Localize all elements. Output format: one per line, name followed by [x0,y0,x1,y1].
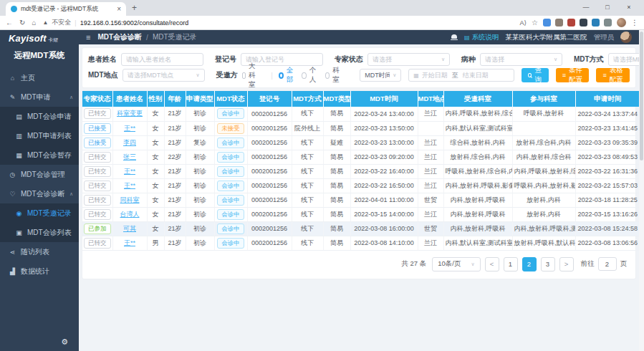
patient-name-link[interactable]: 张三 [123,153,136,160]
table-row[interactable]: 已转交台湾人女21岁初诊会诊中0002001256线下简易2022-03-15 … [82,207,639,221]
extension-icon[interactable] [580,19,587,27]
patient-name-link[interactable]: 王** [124,182,135,189]
table-row[interactable]: 已转交王**女21岁初诊会诊中0002001256线下简易2022-03-22 … [82,164,639,178]
cell-invited_depts: 内科,放射科,呼吸科 [443,193,512,207]
cell-mdt_status: 未接受 [214,121,247,135]
pagination-total: 共 27 条 [401,259,426,269]
cell-mdt_type: 简易 [323,164,350,178]
patient-name-link[interactable]: 李四 [123,139,136,146]
app-logo[interactable]: Kayisoft 卡耀 [0,30,79,44]
page-button-3[interactable]: 3 [541,257,555,271]
sidebar-item-MDT会诊管理[interactable]: ◷MDT会诊管理 [0,165,79,184]
new-tab-button[interactable]: + [132,3,137,13]
big-dept-checkbox[interactable]: 大科室 [242,62,259,90]
system-help-label: 系统说明 [472,33,499,42]
table-row[interactable]: 已转交科室变更女21岁初诊会诊中0002001256线下简易2022-03-24… [82,107,639,121]
read-aloud-icon[interactable]: A⟩ [520,19,527,27]
patient-name-link[interactable]: 科室变更 [117,110,143,117]
table-row[interactable]: 已转交同科室女21岁初诊会诊中0002001256线下简易2022-04-01 … [82,193,639,207]
time-type-select[interactable]: MDT时间 ∨ [360,69,401,82]
sidebar-item-MDT申请列表[interactable]: ▥MDT申请列表 [0,126,79,145]
patient-name-link[interactable]: 王** [124,239,135,246]
page-button-2[interactable]: 2 [522,257,537,271]
patient-name-link[interactable]: 台湾人 [120,211,140,218]
cell-gender: 女 [147,107,164,121]
date-range-input[interactable]: ▦ 开始日期 至 结束日期 [408,69,514,82]
search-button[interactable]: 查询 [522,68,549,82]
page-button-1[interactable]: 1 [504,257,518,271]
filter-select[interactable]: 请选择∨ [367,53,450,66]
date-start-placeholder: 开始日期 [422,71,448,80]
cell-participant_depts: 放射科,呼吸科,默认科室,测... [512,236,575,250]
avatar[interactable] [620,32,632,43]
menu-fold-icon[interactable]: ≡ [86,33,90,42]
window-maximize-button[interactable]: □ [597,4,618,11]
patient-name-link[interactable]: 可其 [123,225,136,232]
cell-participant_depts: 内科,放射科,呼吸科,测试科室 [512,221,575,236]
sidebar-item-MDT受邀记录[interactable]: ◉MDT受邀记录 [0,203,79,223]
back-icon[interactable]: ← [6,19,13,27]
home-icon[interactable]: ⌂ [32,19,36,27]
placeholder-text: 请选择 [485,55,551,64]
filter-input[interactable]: 请输入患者姓名 [121,53,203,66]
bell-icon[interactable] [451,34,458,41]
table-row[interactable]: 已转交张三女22岁初诊会诊中0002001256线下简易2022-03-23 0… [82,150,639,164]
config-icon: ≡ [562,72,566,79]
refresh-icon[interactable]: ↻ [19,19,25,27]
checkbox-icon [242,72,246,79]
browser-tab[interactable]: mdt受邀记录 - 远程MDT系统 × [6,2,126,16]
page-size-select[interactable]: 10条/页 ∨ [432,257,480,271]
extension-icon[interactable] [555,19,563,27]
sidebar-item-MDT会诊暂存[interactable]: ▦MDT会诊暂存 [0,145,79,165]
date-separator: 至 [452,71,458,80]
sidebar-item-主页[interactable]: ⌂主页 [0,68,79,87]
invitee-radio-全部[interactable]: 全部 [279,66,295,85]
sidebar-item-MDT会诊诊断[interactable]: ♡MDT会诊诊断∧ [0,184,79,203]
window-minimize-button[interactable]: — [575,4,597,11]
extension-icon[interactable] [567,19,575,27]
patient-name-link[interactable]: 王** [124,125,135,132]
invitee-radio-科室[interactable]: 科室 [325,66,342,85]
url-bar[interactable]: ▲ 不安全 | 192.168.0.156:9002/consultate/re… [42,18,513,27]
tab-close-icon[interactable]: × [117,5,121,13]
table-row[interactable]: 已转交王**女21岁初诊会诊中0002001256线下简易2022-03-22 … [82,178,639,193]
star-icon[interactable]: ☆ [532,19,538,27]
sidebar-item-MDT会诊申请[interactable]: ▤MDT会诊申请 [0,107,79,126]
patient-name-link[interactable]: 同科室 [120,196,140,203]
sidebar-item-数据统计[interactable]: ▟数据统计 [0,261,79,281]
cell-mdt_location: 兰江 [418,107,443,121]
patient-name-link[interactable]: 王** [124,168,135,175]
window-close-button[interactable]: × [618,4,640,11]
sidebar-item-随访列表[interactable]: ⋖随访列表 [0,242,79,261]
cell-invited_depts: 综合科,放射科,内科 [443,135,512,150]
page-scrollbar[interactable] [639,30,644,351]
system-help-link[interactable]: ▤ 系统说明 [464,33,499,42]
condition-config-button[interactable]: ≡ 条件配置 [556,68,590,82]
cell-mdt_location: 兰江 [418,178,443,193]
table-row[interactable]: 已参加可其女21岁初诊会诊中0002001256线下简易2022-03-08 1… [82,221,639,236]
next-page-button[interactable]: > [559,257,574,271]
table-row[interactable]: 已接受李四女21岁复诊会诊中0002001256线下疑难2022-03-23 1… [82,135,639,150]
goto-page-input[interactable] [598,257,617,271]
breadcrumb-parent[interactable]: MDT会诊诊断 [97,32,142,42]
extension-icon[interactable] [592,19,600,27]
table-row[interactable]: 已转交王**男21岁初诊会诊中0002001256线下简易2022-03-08 … [82,236,639,250]
gear-icon[interactable]: ⚙ [61,337,68,347]
invitee-radio-个人[interactable]: 个人 [302,66,318,85]
sidebar-item-label: MDT会诊列表 [27,228,72,238]
filter-select[interactable]: 请选择∨ [480,53,562,66]
browser-profile-avatar[interactable] [617,18,626,27]
more-icon[interactable]: ⋮ [631,19,638,27]
sidebar-item-MDT申请[interactable]: ✎MDT申请∧ [0,87,79,107]
prev-page-button[interactable]: < [485,257,499,271]
table-row[interactable]: 已接受王**女21岁初诊未接受0002001256院外线上简易2022-03-2… [82,121,639,135]
mdt-location-select[interactable]: 请选择MDT地点 ∨ [122,69,205,82]
table-config-button[interactable]: ≡ 表格配置 [596,68,630,82]
filter-select[interactable]: 请选择MDT方式∨ [608,53,639,66]
sidebar-item-label: 主页 [21,73,35,83]
cell-mdt_type: 简易 [323,150,350,164]
cell-mdt_time: 2022-03-15 14:00:00 [350,207,418,221]
sidebar-item-MDT会诊列表[interactable]: ▣MDT会诊列表 [0,223,79,242]
extension-icon[interactable] [543,19,551,27]
extension-icon[interactable] [604,19,612,27]
